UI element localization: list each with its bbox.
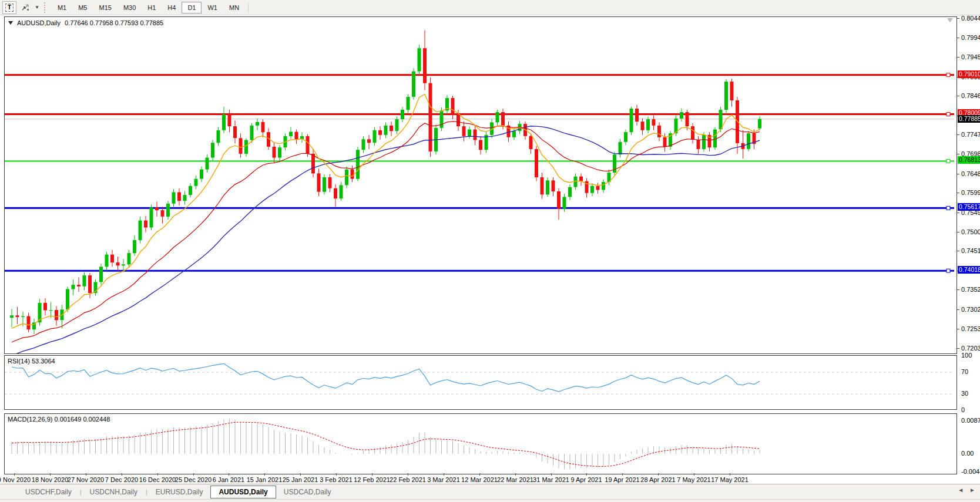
candle-body xyxy=(468,130,471,136)
candle-body xyxy=(110,255,114,262)
timeframe-button-H1[interactable]: H1 xyxy=(142,2,162,14)
candle-body xyxy=(16,315,19,317)
price-line-badge: 0.79010 xyxy=(958,70,980,78)
timeframe-button-D1[interactable]: D1 xyxy=(182,2,202,14)
timeframe-button-M15[interactable]: M15 xyxy=(93,2,117,14)
candle-body xyxy=(557,191,561,208)
chevron-down-icon[interactable]: ▼ xyxy=(35,5,39,10)
line-anchor-icon[interactable] xyxy=(947,206,950,210)
rsi-axis-label: 70 xyxy=(961,368,980,375)
tab-divider: | xyxy=(80,488,82,496)
candle-body xyxy=(630,109,633,132)
main-chart-panel[interactable] xyxy=(4,16,957,354)
macd-panel[interactable] xyxy=(4,413,957,474)
chart-tab-bar: USDCHF,Daily|USDCNH,Daily|EURUSD,DailyAU… xyxy=(0,484,980,499)
cursor-tools-button[interactable] xyxy=(18,1,32,14)
candle-body xyxy=(378,130,382,135)
candle-body xyxy=(317,173,321,191)
candle-body xyxy=(27,316,31,330)
candle-body xyxy=(395,119,399,131)
horizontal-line-0.76813[interactable] xyxy=(5,160,954,161)
candle-body xyxy=(183,195,187,201)
axis-tick xyxy=(957,251,959,251)
rsi-label: RSI(14) 53.3064 xyxy=(8,358,55,365)
rsi-panel[interactable] xyxy=(4,355,957,410)
rsi-line xyxy=(12,363,760,392)
candle-body xyxy=(590,186,594,193)
date-label: 19 Apr 2021 xyxy=(605,476,639,484)
pointer-arrows-icon xyxy=(21,4,30,12)
candle-body xyxy=(680,112,683,119)
date-label: 25 Dec 2020 xyxy=(175,476,212,484)
horizontal-line-0.79010[interactable] xyxy=(5,74,954,76)
rsi-axis-label: 100 xyxy=(961,352,980,359)
candle-body xyxy=(730,82,734,100)
price-line-badge: 0.74018 xyxy=(958,266,980,274)
toolbar-grip[interactable] xyxy=(44,2,48,13)
line-anchor-icon[interactable] xyxy=(947,73,950,77)
timeframe-button-M30[interactable]: M30 xyxy=(118,2,142,14)
timeframe-button-W1[interactable]: W1 xyxy=(202,2,223,14)
timeframe-button-M1[interactable]: M1 xyxy=(52,2,72,14)
rsi-axis-label: 0 xyxy=(961,406,980,413)
candle-body xyxy=(356,150,360,179)
date-tick xyxy=(622,473,623,476)
candle-body xyxy=(697,140,700,149)
candle-body xyxy=(72,285,75,289)
date-label: 22 Feb 2021 xyxy=(390,476,426,484)
date-label: 15 Jan 2021 xyxy=(247,476,283,484)
horizontal-line-0.78009[interactable] xyxy=(5,113,954,115)
price-tick-label: 0.78460 xyxy=(961,92,980,99)
date-label: 7 Dec 2020 xyxy=(105,476,138,484)
chart-shift-marker[interactable] xyxy=(947,18,953,22)
candle-body xyxy=(194,179,198,186)
ma-slow-line xyxy=(12,126,760,353)
timeframe-button-M5[interactable]: M5 xyxy=(72,2,93,14)
line-anchor-icon[interactable] xyxy=(947,159,950,163)
candle-body xyxy=(624,132,627,142)
candle-body xyxy=(423,48,427,83)
tab-usdchf[interactable]: USDCHF,Daily xyxy=(18,486,79,498)
candle-body xyxy=(206,158,209,170)
candle-body xyxy=(295,132,298,140)
tab-usdcnh[interactable]: USDCNH,Daily xyxy=(82,486,145,498)
date-tick xyxy=(586,473,587,476)
candle-body xyxy=(641,122,645,130)
axis-tick xyxy=(957,289,959,290)
price-tick-label: 0.72030 xyxy=(961,345,980,352)
tab-usdcad[interactable]: USDCAD,Daily xyxy=(276,486,339,498)
scroll-right-icon[interactable]: ► xyxy=(969,487,975,493)
axis-tick xyxy=(957,309,959,310)
candle-body xyxy=(351,170,354,179)
price-tick-label: 0.74510 xyxy=(961,247,980,254)
line-anchor-icon[interactable] xyxy=(947,113,950,116)
text-tool-button[interactable]: T xyxy=(2,1,16,14)
candle-body xyxy=(189,186,192,195)
candle-body xyxy=(451,98,455,114)
date-tick xyxy=(122,473,122,476)
timeframe-button-MN[interactable]: MN xyxy=(223,2,245,14)
line-anchor-icon[interactable] xyxy=(947,269,950,272)
tab-audusd[interactable]: AUDUSD,Daily xyxy=(210,486,276,498)
candle-body xyxy=(474,130,477,140)
date-label: 17 May 2021 xyxy=(711,476,749,484)
candle-body xyxy=(512,131,516,137)
collapse-triangle-icon[interactable] xyxy=(8,21,13,25)
candle-body xyxy=(691,126,694,140)
horizontal-line-0.75617[interactable] xyxy=(5,207,954,209)
candle-body xyxy=(657,126,661,137)
timeframe-button-H4[interactable]: H4 xyxy=(162,2,182,14)
axis-tick xyxy=(957,193,959,193)
candle-body xyxy=(150,207,153,227)
current-price-badge: 0.77885 xyxy=(958,115,980,123)
date-label: 12 Feb 2021 xyxy=(354,476,390,484)
macd-axis-label: 0.00 xyxy=(961,450,980,457)
candle-body xyxy=(596,186,600,190)
candle-body xyxy=(635,109,639,122)
candle-body xyxy=(311,154,315,173)
candle-body xyxy=(546,180,549,194)
price-tick-label: 0.80440 xyxy=(961,15,980,22)
candle-body xyxy=(340,185,343,198)
scroll-left-icon[interactable]: ◄ xyxy=(958,487,964,493)
tab-eurusd[interactable]: EURUSD,Daily xyxy=(148,486,211,498)
